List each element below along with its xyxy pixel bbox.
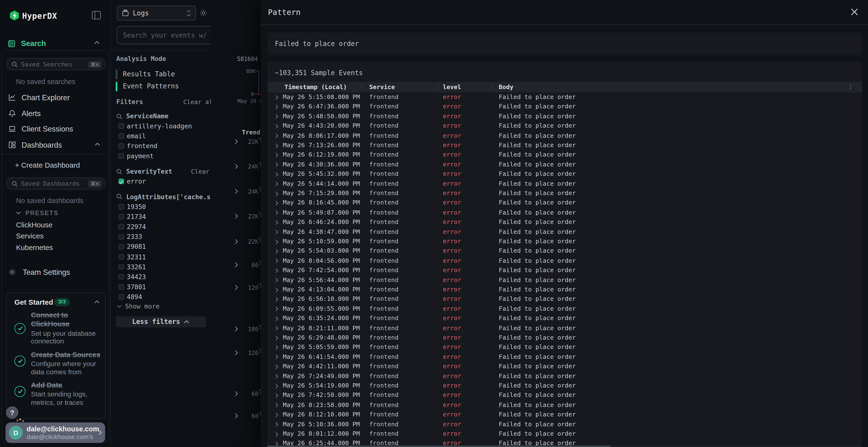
expand-chevron-icon[interactable] [275, 230, 278, 235]
checkbox[interactable] [118, 274, 124, 280]
sidebar-item-dashboards[interactable]: Dashboards [2, 138, 108, 152]
column-divider-icon[interactable]: ⋮ [359, 83, 364, 89]
table-row[interactable]: May 26 5:49:07.000 PMfrontenderrorFailed… [268, 208, 862, 217]
expand-chevron-icon[interactable] [275, 316, 278, 321]
expand-chevron-icon[interactable] [275, 354, 278, 359]
table-row[interactable]: May 26 6:46:24.000 PMfrontenderrorFailed… [268, 217, 862, 227]
pattern-row-fragment[interactable]: 60 [211, 412, 261, 419]
table-row[interactable]: May 26 6:56:10.000 PMfrontenderrorFailed… [268, 294, 862, 304]
help-button[interactable]: ? [6, 406, 18, 419]
table-options-kebab-icon[interactable]: ⋮ [847, 83, 854, 90]
expand-chevron-icon[interactable] [275, 239, 278, 244]
pattern-row-fragment[interactable]: 120 [211, 284, 261, 291]
checkbox[interactable] [118, 133, 124, 139]
table-row[interactable]: May 26 8:21:11.000 PMfrontenderrorFailed… [268, 323, 862, 333]
table-row[interactable]: May 26 8:06:17.000 PMfrontenderrorFailed… [268, 131, 862, 140]
col-service[interactable]: Service [369, 83, 395, 91]
show-more-link[interactable]: Show more [117, 303, 160, 310]
expand-chevron-icon[interactable] [275, 307, 278, 312]
table-row[interactable]: May 26 6:29:48.000 PMfrontenderrorFailed… [268, 333, 862, 342]
table-row[interactable]: May 26 7:24:49.000 PMfrontenderrorFailed… [268, 371, 862, 381]
checkbox[interactable] [118, 244, 124, 249]
checkbox[interactable] [118, 294, 124, 300]
filter-option[interactable]: artillery-loadgen [118, 122, 192, 130]
filter-option[interactable]: 34423 [118, 273, 146, 281]
expand-chevron-icon[interactable] [275, 297, 278, 302]
horizontal-scrollbar[interactable] [268, 445, 862, 447]
expand-chevron-icon[interactable] [275, 201, 278, 206]
pattern-row-fragment[interactable]: 180 [211, 325, 261, 333]
search-icon[interactable] [116, 113, 122, 119]
search-icon[interactable] [116, 194, 122, 200]
filter-option[interactable]: 21734 [118, 213, 146, 220]
expand-chevron-icon[interactable] [275, 393, 278, 398]
expand-chevron-icon[interactable] [275, 105, 278, 110]
expand-chevron-icon[interactable] [275, 259, 278, 264]
presets-toggle[interactable]: PRESETS [16, 209, 59, 216]
search-icon[interactable] [116, 168, 122, 174]
mode-results-table[interactable]: Results Table [116, 69, 207, 79]
table-row[interactable]: May 26 8:16:45.000 PMfrontenderrorFailed… [268, 198, 862, 208]
sidebar-item-client-sessions[interactable]: Client Sessions [2, 122, 108, 137]
table-row[interactable]: May 26 5:54:19.000 PMfrontenderrorFailed… [268, 381, 862, 390]
filter-option[interactable]: 4894 [118, 293, 142, 301]
expand-chevron-icon[interactable] [275, 114, 278, 119]
checkbox[interactable] [118, 234, 124, 239]
checkbox[interactable] [118, 264, 124, 270]
col-timestamp[interactable]: Timestamp (Local) [284, 83, 347, 91]
checkbox[interactable] [118, 284, 124, 289]
sidebar-item-team-settings[interactable]: Team Settings [2, 267, 108, 281]
expand-chevron-icon[interactable] [275, 124, 278, 129]
filter-option[interactable]: 22974 [118, 223, 146, 231]
filter-option[interactable]: email [118, 132, 146, 140]
expand-chevron-icon[interactable] [275, 210, 278, 215]
expand-chevron-icon[interactable] [275, 335, 278, 340]
expand-chevron-icon[interactable] [275, 432, 278, 437]
less-filters-button[interactable]: Less filters [116, 316, 206, 327]
expand-chevron-icon[interactable] [275, 162, 278, 167]
table-row[interactable]: May 26 6:35:24.000 PMfrontenderrorFailed… [268, 313, 862, 323]
clear-filter-link[interactable]: Clear [191, 168, 209, 175]
expand-chevron-icon[interactable] [275, 287, 278, 293]
source-settings-gear-icon[interactable] [199, 9, 208, 17]
table-row[interactable]: May 26 7:42:50.000 PMfrontenderrorFailed… [268, 390, 862, 400]
table-row[interactable]: May 26 4:30:36.000 PMfrontenderrorFailed… [268, 160, 862, 169]
table-row[interactable]: May 26 8:12:10.000 PMfrontenderrorFailed… [268, 410, 862, 419]
pattern-row-fragment[interactable]: 22K [211, 138, 261, 145]
expand-chevron-icon[interactable] [275, 345, 278, 350]
table-row[interactable]: May 26 6:09:55.000 PMfrontenderrorFailed… [268, 304, 862, 313]
saved-searches-input[interactable]: Saved Searches ⌘K [6, 58, 105, 70]
table-row[interactable]: May 26 7:13:26.000 PMfrontenderrorFailed… [268, 140, 862, 150]
sidebar-item-services[interactable]: Services [16, 232, 44, 240]
pattern-row-fragment[interactable]: 24K [211, 163, 261, 170]
table-row[interactable]: May 26 4:42:11.000 PMfrontenderrorFailed… [268, 362, 862, 371]
checkbox[interactable] [118, 204, 124, 209]
checkbox[interactable] [118, 224, 124, 230]
expand-chevron-icon[interactable] [275, 143, 278, 148]
expand-chevron-icon[interactable] [275, 172, 278, 177]
expand-chevron-icon[interactable] [275, 152, 278, 158]
checkbox[interactable] [118, 254, 124, 260]
table-row[interactable]: May 26 4:43:20.000 PMfrontenderrorFailed… [268, 121, 862, 131]
checkbox[interactable] [118, 153, 124, 159]
filter-option[interactable]: 33261 [118, 263, 146, 271]
table-row[interactable]: May 26 5:56:44.000 PMfrontenderrorFailed… [268, 275, 862, 284]
column-divider-icon[interactable]: ⋮ [490, 83, 495, 89]
table-row[interactable]: May 26 8:01:12.000 PMfrontenderrorFailed… [268, 429, 862, 438]
saved-dashboards-input[interactable]: Saved Dashboards ⌘K [6, 177, 105, 190]
source-select[interactable]: Logs [117, 5, 196, 21]
expand-chevron-icon[interactable] [275, 278, 278, 283]
pattern-row-fragment[interactable]: 22K [211, 238, 261, 245]
col-body[interactable]: Body [499, 83, 514, 91]
expand-chevron-icon[interactable] [275, 220, 278, 225]
column-divider-icon[interactable]: ⋮ [436, 83, 441, 89]
sidebar-item-kubernetes[interactable]: Kubernetes [16, 243, 53, 251]
table-row[interactable]: May 26 4:38:47.000 PMfrontenderrorFailed… [268, 227, 862, 237]
filter-option[interactable]: 37801 [118, 283, 146, 291]
filter-option[interactable]: 2333 [118, 233, 142, 241]
sidebar-collapse-icon[interactable] [92, 11, 101, 19]
checkbox-checked[interactable] [118, 179, 124, 184]
expand-chevron-icon[interactable] [275, 383, 278, 388]
checkbox[interactable] [118, 214, 124, 219]
table-row[interactable]: May 26 7:15:29.000 PMfrontenderrorFailed… [268, 188, 862, 198]
